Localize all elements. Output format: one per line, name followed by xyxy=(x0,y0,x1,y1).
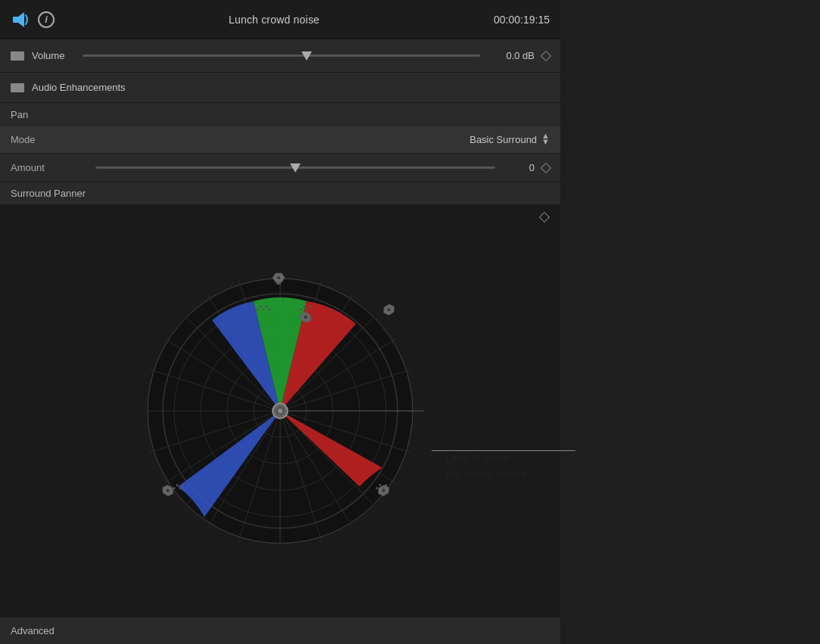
volume-label: Volume xyxy=(32,50,73,61)
mode-label: Mode xyxy=(11,134,86,145)
header-icons: i xyxy=(11,9,55,30)
svg-point-41 xyxy=(173,487,176,489)
svg-point-36 xyxy=(269,308,271,310)
svg-marker-1 xyxy=(18,12,24,27)
volume-slider[interactable] xyxy=(83,54,480,57)
callout: Drag to move the sound source. xyxy=(432,450,530,482)
svg-point-44 xyxy=(182,484,185,486)
volume-icon xyxy=(11,51,24,61)
svg-point-50 xyxy=(278,409,282,413)
surround-panner-label: Surround Panner xyxy=(11,188,550,199)
callout-text-line1: Drag to move xyxy=(446,450,530,466)
svg-point-33 xyxy=(260,305,262,307)
svg-point-23 xyxy=(277,276,280,279)
surround-panner[interactable] xyxy=(0,204,560,617)
volume-keyframe-diamond[interactable] xyxy=(541,50,551,61)
advanced-row[interactable]: Advanced xyxy=(0,617,560,644)
svg-point-37 xyxy=(301,308,303,310)
mode-text: Basic Surround xyxy=(469,134,537,145)
volume-value: 0.0 dB xyxy=(489,50,535,61)
amount-row: Amount 0 xyxy=(0,154,560,182)
svg-point-45 xyxy=(376,487,379,489)
pan-label: Pan xyxy=(11,109,550,120)
amount-thumb[interactable] xyxy=(290,163,301,173)
header-time: 00:00:19:15 xyxy=(494,14,550,26)
svg-point-32 xyxy=(257,308,259,310)
mode-row: Mode Basic Surround ▲ ▼ xyxy=(0,125,560,154)
audio-enhancements-header: Audio Enhancements xyxy=(0,73,560,103)
svg-rect-22 xyxy=(276,282,281,285)
svg-point-40 xyxy=(310,305,312,307)
speaker-icon[interactable] xyxy=(11,9,32,30)
pan-header: Pan xyxy=(0,103,560,125)
mode-value-container[interactable]: Basic Surround ▲ ▼ xyxy=(86,133,550,145)
svg-rect-0 xyxy=(13,17,18,23)
volume-row: Volume 0.0 dB xyxy=(0,39,560,73)
panner-keyframe-diamond[interactable] xyxy=(539,212,550,222)
volume-thumb[interactable] xyxy=(301,51,312,61)
header-title: Lunch crowd noise xyxy=(55,14,494,26)
svg-point-35 xyxy=(266,305,268,307)
amount-slider[interactable] xyxy=(95,166,495,169)
callout-text-line2: the sound source. xyxy=(446,466,530,482)
svg-point-46 xyxy=(379,484,382,486)
amount-keyframe-diamond[interactable] xyxy=(541,162,551,173)
amount-label: Amount xyxy=(11,162,86,173)
advanced-label: Advanced xyxy=(11,625,550,636)
svg-point-42 xyxy=(176,484,179,486)
info-icon[interactable]: i xyxy=(38,11,55,28)
header: i Lunch crowd noise 00:00:19:15 xyxy=(0,0,560,39)
mode-chevron-icon[interactable]: ▲ ▼ xyxy=(541,133,550,145)
svg-point-38 xyxy=(304,305,306,307)
amount-value: 0 xyxy=(504,162,535,173)
surround-panner-label-row: Surround Panner xyxy=(0,182,560,204)
audio-enhancements-icon xyxy=(11,83,24,92)
audio-enhancements-title: Audio Enhancements xyxy=(32,82,126,93)
surround-panner-svg[interactable] xyxy=(136,267,424,555)
svg-point-34 xyxy=(263,308,265,310)
speaker-top-right xyxy=(382,303,397,316)
svg-point-48 xyxy=(385,484,388,486)
svg-point-39 xyxy=(307,308,309,310)
svg-point-47 xyxy=(382,487,385,489)
svg-point-43 xyxy=(179,487,182,489)
